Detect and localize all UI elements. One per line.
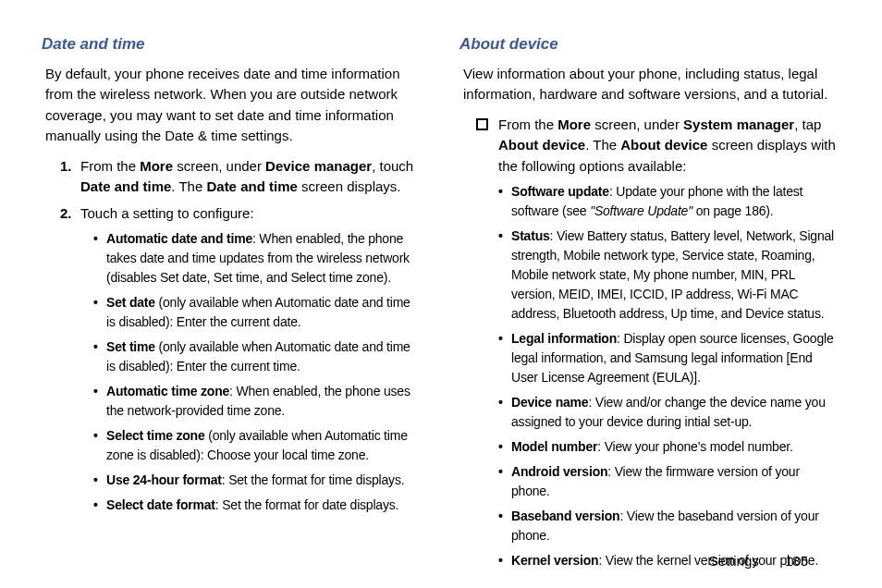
list-item: Use 24-hour format: Set the format for t… — [93, 471, 423, 490]
list-item: Set time (only available when Automatic … — [93, 337, 423, 376]
list-item: Baseband version: View the baseband vers… — [498, 507, 840, 545]
step-2-label: Touch a setting to configure: — [80, 205, 254, 221]
list-item: Automatic date and time: When enabled, t… — [93, 229, 423, 288]
list-item: Status: View Battery status, Battery lev… — [498, 227, 840, 324]
left-column: Date and time By default, your phone rec… — [42, 32, 423, 576]
list-item: Select date format: Set the format for d… — [93, 496, 423, 515]
footer-section: Settings — [709, 553, 759, 569]
intro-about-device: View information about your phone, inclu… — [459, 64, 840, 105]
heading-date-time: Date and time — [42, 32, 423, 56]
date-time-options: Automatic date and time: When enabled, t… — [80, 229, 423, 515]
square-text: From the More screen, under System manag… — [498, 116, 836, 174]
right-column: About device View information about your… — [459, 32, 840, 576]
heading-about-device: About device — [459, 32, 840, 56]
list-item: Software update: Update your phone with … — [498, 182, 840, 221]
step-1-text: From the More screen, under Device manag… — [80, 158, 413, 195]
about-device-options: Software update: Update your phone with … — [498, 182, 840, 570]
list-item: Device name: View and/or change the devi… — [498, 393, 840, 432]
list-item: Legal information: Display open source l… — [498, 329, 840, 387]
page-number: 185 — [785, 553, 808, 569]
list-item: Model number: View your phone's model nu… — [498, 437, 840, 457]
step-2: 2. Touch a setting to configure: Automat… — [60, 203, 423, 516]
list-item: Android version: View the firmware versi… — [498, 462, 840, 501]
page-footer: Settings 185 — [709, 551, 808, 572]
step-1: 1. From the More screen, under Device ma… — [60, 156, 423, 198]
square-bullet-item: From the More screen, under System manag… — [459, 115, 840, 571]
list-item: Automatic time zone: When enabled, the p… — [93, 382, 423, 421]
list-item: Select time zone (only available when Au… — [93, 426, 423, 465]
list-item: Set date (only available when Automatic … — [93, 293, 423, 332]
steps-list: 1. From the More screen, under Device ma… — [42, 156, 423, 516]
intro-date-time: By default, your phone receives date and… — [42, 64, 423, 147]
